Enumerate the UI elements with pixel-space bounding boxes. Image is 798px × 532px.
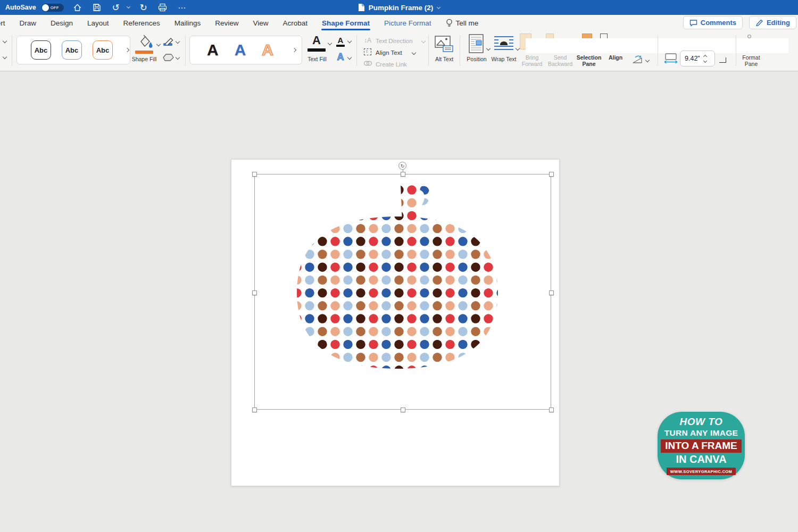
tab-acrobat[interactable]: Acrobat	[282, 17, 308, 29]
autosave-state: OFF	[51, 5, 59, 10]
tab-mailings[interactable]: Mailings	[174, 17, 202, 29]
tab-picture-format[interactable]: Picture Format	[384, 17, 432, 29]
shape-width-input[interactable]	[680, 55, 703, 62]
tell-me-label: Tell me	[456, 19, 479, 27]
text-fill-chevron-icon[interactable]	[328, 41, 332, 45]
undo-dropdown-chevron-icon[interactable]	[127, 4, 130, 8]
autosave-label: AutoSave	[5, 4, 36, 11]
text-fill-icon: A	[307, 35, 326, 46]
autosave-toggle[interactable]: OFF	[41, 4, 64, 12]
tutorial-badge: HOW TO TURN ANY IMAGE INTO A FRAME IN CA…	[658, 412, 745, 479]
shape-effects-chevron-icon[interactable]	[176, 55, 180, 60]
wrap-text-icon	[494, 35, 514, 52]
document-icon	[358, 3, 365, 12]
undo-icon[interactable]: ↺	[111, 2, 121, 13]
shape-effects-icon	[163, 53, 174, 62]
align-button[interactable]: Align	[604, 54, 627, 61]
badge-line-into-a-frame: INTO A FRAME	[661, 439, 742, 453]
lightbulb-icon	[446, 19, 453, 28]
width-stepper[interactable]	[704, 55, 706, 62]
gallery-expand-chevron-icon[interactable]	[292, 48, 296, 52]
tab-layout[interactable]: Layout	[87, 17, 110, 29]
wordart-style-black[interactable]: A	[207, 42, 219, 58]
text-effects-icon: A	[335, 52, 346, 62]
shape-outline-icon	[163, 37, 174, 47]
corner-anchor-icon	[719, 57, 726, 63]
gallery-expand-chevron-icon[interactable]	[125, 48, 129, 52]
redo-icon[interactable]: ↻	[138, 2, 149, 13]
send-backward-button: Send Backward	[544, 54, 577, 67]
shape-width-icon	[664, 53, 678, 64]
badge-line-turn-any-image: TURN ANY IMAGE	[664, 428, 738, 438]
paint-bucket-icon	[136, 35, 154, 50]
tab-review[interactable]: Review	[214, 17, 239, 29]
tab-tell-me[interactable]: Tell me	[445, 16, 479, 30]
wordart-style-blue[interactable]: A	[235, 42, 246, 58]
alt-text-icon	[435, 36, 455, 53]
resize-handle-middle-left[interactable]	[252, 290, 257, 295]
ribbon: Abc Abc Abc Shape Fill	[0, 31, 798, 71]
resize-handle-bottom-center[interactable]	[401, 408, 405, 412]
shape-outline-chevron-icon[interactable]	[176, 39, 180, 44]
home-icon[interactable]	[72, 2, 83, 13]
toggle-knob	[42, 4, 49, 11]
comment-icon	[689, 19, 697, 27]
resize-handle-top-left[interactable]	[252, 172, 257, 177]
position-icon	[469, 34, 484, 53]
text-direction-icon: ↕A	[364, 37, 371, 44]
badge-website-url: WWW.SOVERYGRAPHIC.COM	[667, 468, 736, 475]
position-chevron-icon[interactable]	[486, 46, 491, 51]
badge-line-how-to: HOW TO	[680, 416, 723, 428]
redaction-overlay	[526, 38, 788, 53]
editing-button[interactable]: Editing	[749, 16, 796, 29]
more-icon[interactable]: ⋯	[177, 2, 187, 13]
stepper-down-icon[interactable]	[703, 59, 707, 62]
align-text-icon: ↕	[364, 48, 371, 55]
selection-frame	[254, 174, 551, 410]
shape-style-black[interactable]: Abc	[31, 40, 51, 60]
rotate-chevron-icon[interactable]	[645, 58, 650, 62]
tab-references[interactable]: References	[123, 17, 161, 29]
pencil-icon	[755, 19, 763, 27]
selection-pane-button[interactable]: Selection Pane	[573, 54, 604, 67]
ribbon-tab-bar: sert Draw Design Layout References Maili…	[0, 15, 798, 31]
shape-fill-chevron-icon[interactable]	[156, 42, 161, 46]
comments-button[interactable]: Comments	[683, 16, 743, 29]
print-icon[interactable]	[157, 2, 168, 13]
resize-handle-bottom-right[interactable]	[549, 408, 554, 412]
wordart-style-orange[interactable]: A	[262, 42, 273, 58]
tab-view[interactable]: View	[252, 17, 269, 29]
text-direction-chevron-icon	[421, 39, 426, 43]
bring-forward-button: Bring Forward	[517, 54, 547, 67]
tab-draw[interactable]: Draw	[19, 17, 37, 29]
wordart-styles-gallery: A A A	[189, 36, 302, 64]
resize-handle-top-center[interactable]	[401, 172, 405, 177]
shape-style-blue[interactable]: Abc	[62, 40, 82, 60]
rotate-handle[interactable]: ↻	[398, 162, 406, 170]
text-outline-chevron-icon[interactable]	[347, 39, 352, 43]
save-icon[interactable]	[92, 2, 102, 13]
stepper-up-icon[interactable]	[703, 54, 707, 58]
text-effects-chevron-icon[interactable]	[347, 55, 352, 60]
word-application-window: AutoSave OFF ↺ ↻ ⋯	[0, 0, 798, 532]
wrap-text-chevron-icon[interactable]	[516, 46, 520, 51]
tab-shape-format[interactable]: Shape Format	[321, 17, 370, 29]
resize-handle-middle-right[interactable]	[549, 290, 554, 295]
shape-style-orange[interactable]: Abc	[93, 40, 113, 60]
badge-line-in-canva: IN CANVA	[676, 453, 726, 466]
collapsed-control-chevron-icon[interactable]	[3, 55, 7, 59]
collapsed-control-chevron-icon[interactable]	[3, 39, 7, 43]
tab-insert-partial[interactable]: sert	[0, 17, 6, 29]
shape-styles-gallery: Abc Abc Abc	[16, 36, 130, 64]
align-text-chevron-icon[interactable]	[412, 51, 416, 55]
shape-width-field[interactable]	[680, 51, 715, 66]
resize-handle-bottom-left[interactable]	[252, 408, 257, 412]
link-icon	[363, 60, 372, 66]
tab-design[interactable]: Design	[50, 17, 73, 29]
resize-handle-top-right[interactable]	[549, 172, 554, 177]
document-title: Pumpkin Frame (2)	[369, 4, 434, 12]
text-outline-icon: A	[335, 36, 346, 44]
title-dropdown-chevron-icon[interactable]	[437, 5, 440, 9]
rotate-icon	[632, 55, 644, 64]
shape-fill-color-bar	[135, 51, 153, 54]
